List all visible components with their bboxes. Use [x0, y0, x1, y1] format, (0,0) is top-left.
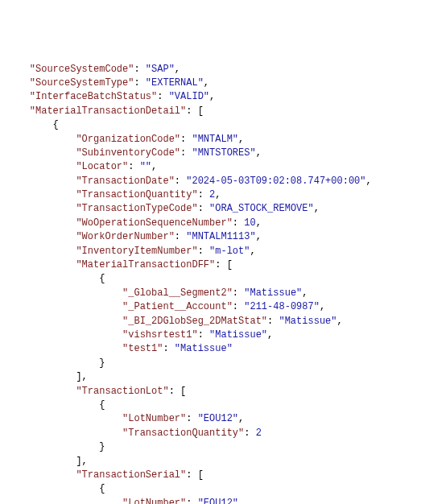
json-key: "MaterialTransactionDFF" — [76, 259, 215, 271]
code-line: ], — [6, 370, 415, 384]
json-punct: { — [99, 483, 105, 494]
json-string-value: "EOU12" — [198, 413, 238, 424]
json-string-value: "2024-05-03T09:02:08.747+00:00" — [186, 176, 365, 187]
json-punct: [ — [198, 105, 204, 117]
code-line: "TransactionTypeCode": "ORA_STOCK_REMOVE… — [6, 202, 415, 216]
code-line: "LotNumber": "EOU12", — [6, 412, 415, 426]
code-line: "InterfaceBatchStatus": "VALID", — [6, 90, 415, 104]
code-line: "InventoryItemNumber": "m-lot", — [6, 245, 415, 258]
json-key: "TransactionQuantity" — [122, 428, 244, 439]
code-line: } — [6, 357, 415, 370]
code-line: } — [6, 440, 415, 454]
json-string-value: "Matissue" — [209, 329, 267, 341]
json-number-value: 2 — [256, 428, 262, 439]
json-string-value: "m-lot" — [209, 246, 250, 257]
json-string-value: "MNTSTORES" — [192, 147, 255, 159]
json-string-value: "Matissue" — [279, 316, 336, 327]
json-key: "SourceSystemType" — [30, 77, 134, 89]
code-line: ], — [6, 455, 415, 469]
code-line: { — [6, 482, 415, 496]
json-key: "MaterialTransactionDetail" — [30, 105, 186, 117]
code-line: "TransactionSerial": [ — [6, 469, 415, 482]
json-string-value: "Matissue" — [175, 343, 233, 354]
json-key: "TransactionLot" — [76, 386, 168, 397]
json-string-value: "EOU12" — [198, 498, 238, 504]
json-key: "WoOperationSequenceNumber" — [76, 217, 232, 229]
code-line: "TransactionQuantity": 2, — [6, 188, 415, 202]
json-key: "SourceSystemCode" — [30, 64, 134, 75]
json-string-value: "MNTALM" — [192, 134, 238, 145]
json-string-value: "MNTALM1113" — [186, 231, 255, 242]
json-key: "OrganizationCode" — [76, 134, 180, 145]
json-key: "LotNumber" — [122, 413, 186, 424]
code-line: "vishsrtest1": "Matissue", — [6, 328, 415, 342]
code-line: "OrganizationCode": "MNTALM", — [6, 133, 415, 147]
json-string-value: "VALID" — [169, 91, 209, 102]
code-line: "MaterialTransactionDetail": [ — [6, 105, 415, 118]
code-line: "TransactionQuantity": 2 — [6, 427, 415, 440]
json-punct: { — [99, 273, 105, 284]
json-key: "WorkOrderNumber" — [76, 231, 174, 242]
json-code-block: "SourceSystemCode": "SAP", "SourceSystem… — [6, 63, 415, 504]
code-line: { — [6, 399, 415, 412]
code-line: { — [6, 118, 415, 132]
json-string-value: "SAP" — [146, 64, 175, 75]
json-key: "_Global__Segment2" — [122, 287, 233, 299]
json-punct: { — [99, 399, 105, 411]
json-key: "_Patient__Account" — [122, 301, 233, 312]
json-key: "LotNumber" — [122, 498, 186, 504]
code-line: "SourceSystemType": "EXTERNAL", — [6, 76, 415, 90]
code-line: "test1": "Matissue" — [6, 342, 415, 356]
json-punct: [ — [180, 386, 186, 397]
code-line: "Locator": "", — [6, 160, 415, 174]
json-punct: [ — [198, 469, 204, 481]
code-line: "_Global__Segment2": "Matissue", — [6, 287, 415, 300]
code-line: "TransactionLot": [ — [6, 385, 415, 399]
json-key: "SubinventoryCode" — [76, 147, 180, 159]
code-line: "_Patient__Account": "211-48-0987", — [6, 300, 415, 314]
json-key: "vishsrtest1" — [122, 329, 198, 341]
json-string-value: "Matissue" — [244, 287, 302, 299]
code-line: "SubinventoryCode": "MNTSTORES", — [6, 147, 415, 160]
json-punct: } — [99, 357, 105, 369]
code-line: "_BI_2DGlobSeg_2DMatStat": "Matissue", — [6, 315, 415, 328]
json-string-value: "EXTERNAL" — [146, 77, 204, 89]
code-line: "WorkOrderNumber": "MNTALM1113", — [6, 230, 415, 244]
code-line: "LotNumber": "EOU12", — [6, 497, 415, 504]
json-key: "InterfaceBatchStatus" — [30, 91, 157, 102]
json-key: "TransactionDate" — [76, 176, 174, 187]
json-number-value: 10 — [244, 217, 255, 229]
code-line: "SourceSystemCode": "SAP", — [6, 63, 415, 76]
json-string-value: "" — [140, 161, 151, 172]
json-key: "test1" — [122, 343, 163, 354]
json-punct: ], — [76, 456, 87, 467]
json-punct: } — [99, 441, 105, 452]
json-key: "_BI_2DGlobSeg_2DMatStat" — [122, 316, 267, 327]
json-key: "TransactionQuantity" — [76, 189, 197, 200]
json-punct: { — [53, 119, 59, 130]
code-line: "MaterialTransactionDFF": [ — [6, 258, 415, 272]
json-key: "InventoryItemNumber" — [76, 246, 197, 257]
json-key: "Locator" — [76, 161, 128, 172]
code-line: "TransactionDate": "2024-05-03T09:02:08.… — [6, 175, 415, 188]
code-line: { — [6, 272, 415, 286]
json-string-value: "211-48-0987" — [244, 301, 320, 312]
code-line: "WoOperationSequenceNumber": 10, — [6, 217, 415, 230]
json-string-value: "ORA_STOCK_REMOVE" — [209, 203, 314, 214]
json-punct: [ — [227, 259, 233, 271]
json-key: "TransactionSerial" — [76, 469, 186, 481]
json-punct: ], — [76, 371, 87, 382]
json-key: "TransactionTypeCode" — [76, 203, 197, 214]
